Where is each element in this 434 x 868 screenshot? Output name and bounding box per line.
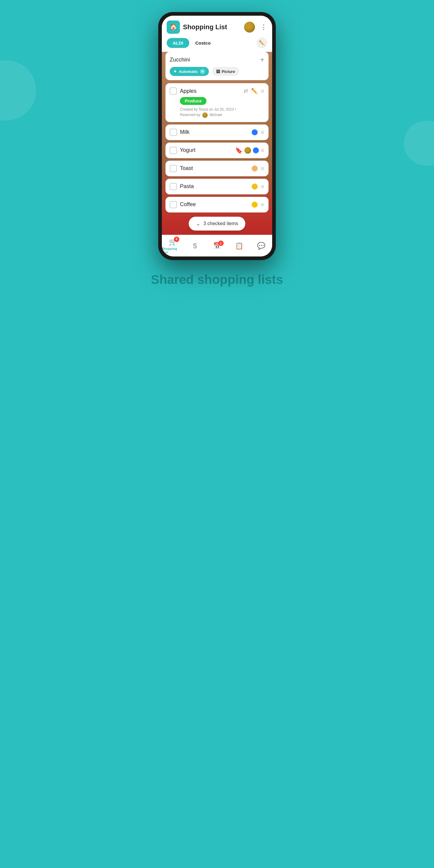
nav-tasks[interactable]: 📋 <box>228 242 250 250</box>
user-color-dot-pasta <box>252 184 258 190</box>
item-actions-apples: ⇄ ✏️ ≡ <box>244 88 264 94</box>
nav-label-shopping: Shopping List <box>162 247 184 254</box>
tab-costco[interactable]: Costco <box>189 38 217 48</box>
checkbox-pasta[interactable] <box>170 183 177 190</box>
promo-subtitle: with smart categories and reserving of e… <box>150 293 284 303</box>
calendar-icon: 📅 1 <box>213 242 221 250</box>
automatic-tag[interactable]: ✦ Automatic ✕ <box>170 67 209 76</box>
drag-handle-icon-coffee[interactable]: ≡ <box>261 202 264 208</box>
nav-chat[interactable]: 💬 <box>250 242 272 250</box>
checked-items-label: 3 checked items <box>204 221 239 226</box>
main-content: + ✦ Automatic ✕ 🖼 Picture <box>162 52 272 230</box>
item-actions-milk: ≡ <box>252 129 264 135</box>
promo-section: Shared shopping lists with smart categor… <box>144 272 290 303</box>
dollar-icon: $ <box>193 242 197 250</box>
store-tabs: ALDI Costco ✏️ <box>162 37 272 52</box>
item-name-toast: Toast <box>180 165 249 172</box>
calendar-badge: 1 <box>218 241 224 246</box>
list-item-milk: Milk ≡ <box>165 124 269 140</box>
phone-mockup: 🏠 Shopping List ⋮ ALDI Costco ✏️ + <box>158 12 276 260</box>
automatic-label: Automatic <box>179 69 198 74</box>
app-header: 🏠 Shopping List ⋮ <box>162 16 272 37</box>
item-meta-apples: Created by Tessa on Jul 20, 2023 • Reser… <box>180 107 264 118</box>
drag-handle-icon-yogurt[interactable]: ≡ <box>261 147 264 153</box>
checkbox-toast[interactable] <box>170 165 177 172</box>
checkbox-milk[interactable] <box>170 129 177 136</box>
drag-handle-icon-milk[interactable]: ≡ <box>261 129 264 135</box>
bookmark-icon: 🔖 <box>235 147 243 154</box>
picture-label: Picture <box>222 69 235 74</box>
cart-badge: 6 <box>174 237 179 242</box>
copy-icon[interactable]: ⇄ <box>244 88 248 94</box>
item-input[interactable] <box>170 57 260 63</box>
produce-tag: Produce <box>180 97 207 105</box>
list-item-apples: Apples ⇄ ✏️ ≡ Produce Created by Tessa o… <box>165 83 269 122</box>
list-item-yogurt: Yogurt 🔖 ≡ <box>165 143 269 158</box>
user-color-dot-coffee <box>252 202 258 208</box>
chat-icon: 💬 <box>257 242 265 250</box>
checkbox-apples[interactable] <box>170 87 177 95</box>
checkbox-yogurt[interactable] <box>170 147 177 154</box>
item-name-apples: Apples <box>180 88 241 94</box>
drag-handle-icon-pasta[interactable]: ≡ <box>261 184 264 190</box>
nav-budget[interactable]: $ <box>184 242 206 250</box>
user-color-dot-milk <box>252 129 258 135</box>
checked-items-button[interactable]: ⌄ 3 checked items <box>189 217 246 230</box>
list-item-pasta: Pasta ≡ <box>165 179 269 194</box>
more-menu-button[interactable]: ⋮ <box>260 23 267 31</box>
item-name-yogurt: Yogurt <box>180 147 232 153</box>
remove-auto-button[interactable]: ✕ <box>200 69 205 74</box>
user-color-dot-toast <box>252 165 258 172</box>
edit-list-button[interactable]: ✏️ <box>256 37 267 48</box>
drag-handle-icon[interactable]: ≡ <box>261 88 264 94</box>
app-title: Shopping List <box>183 23 241 31</box>
add-item-button[interactable]: + <box>260 56 264 63</box>
item-name-coffee: Coffee <box>180 201 249 208</box>
promo-title: Shared shopping lists <box>150 272 284 287</box>
picture-icon: 🖼 <box>216 69 220 74</box>
item-actions-pasta: ≡ <box>252 184 264 190</box>
user-avatar[interactable] <box>244 22 255 33</box>
app-logo-icon: 🏠 <box>167 21 180 34</box>
list-item-toast: Toast ≡ <box>165 161 269 176</box>
item-actions-yogurt: 🔖 ≡ <box>235 147 264 154</box>
nav-calendar[interactable]: 📅 1 <box>206 242 228 250</box>
user-color-dot-yogurt <box>253 147 259 153</box>
nav-shopping-list[interactable]: 🛒 6 Shopping List <box>162 238 184 254</box>
sparkle-icon: ✦ <box>173 69 177 74</box>
bottom-nav: 🛒 6 Shopping List $ 📅 1 📋 💬 <box>162 235 272 256</box>
list-item-coffee: Coffee ≡ <box>165 197 269 213</box>
tab-aldi[interactable]: ALDI <box>167 38 189 48</box>
item-input-card: + ✦ Automatic ✕ 🖼 Picture <box>165 52 269 80</box>
clipboard-icon: 📋 <box>235 242 243 250</box>
item-actions-toast: ≡ <box>252 165 264 172</box>
cart-icon: 🛒 6 <box>169 238 177 246</box>
reserved-by-name: Michael <box>210 113 222 117</box>
picture-tag[interactable]: 🖼 Picture <box>212 67 239 76</box>
item-actions-coffee: ≡ <box>252 202 264 208</box>
item-name-pasta: Pasta <box>180 183 249 190</box>
input-options: ✦ Automatic ✕ 🖼 Picture <box>170 67 264 76</box>
edit-icon[interactable]: ✏️ <box>251 88 258 94</box>
drag-handle-icon-toast[interactable]: ≡ <box>261 165 264 172</box>
item-name-milk: Milk <box>180 129 249 135</box>
chevron-down-icon: ⌄ <box>196 220 200 227</box>
user-avatar-yogurt <box>244 147 251 154</box>
checkbox-coffee[interactable] <box>170 201 177 208</box>
